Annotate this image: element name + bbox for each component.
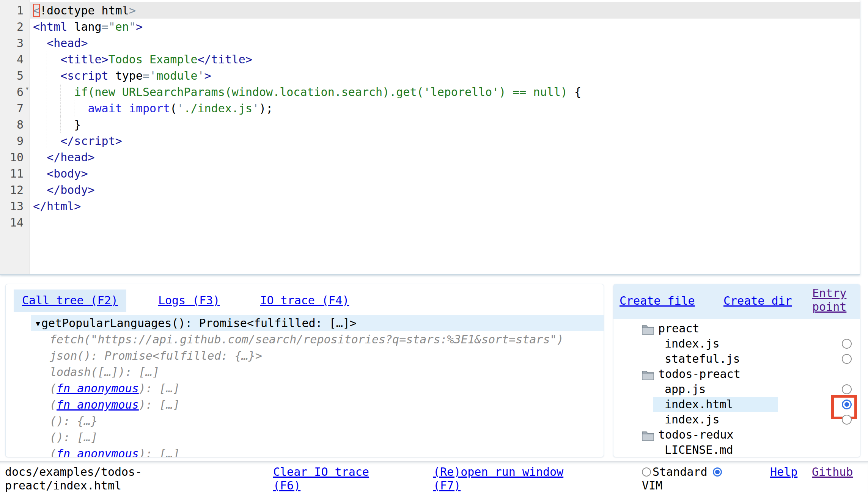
line-number: 8 — [0, 116, 30, 133]
code-text: <title>Todos Example</title> — [30, 51, 860, 68]
file-row-index.js[interactable]: index.js — [613, 412, 860, 427]
call-tree-row[interactable]: (fn anonymous): […] — [6, 396, 604, 413]
folder-row-todos-preact[interactable]: todos-preact — [613, 367, 860, 382]
entry-point-radio[interactable] — [842, 415, 852, 425]
file-row-index.html[interactable]: index.html — [613, 397, 860, 412]
function-link[interactable]: fn anonymous — [57, 447, 139, 458]
indent-guide — [60, 100, 61, 116]
line-number: 10 — [0, 149, 30, 165]
code-text: </head> — [30, 149, 860, 165]
file-row-app.js[interactable]: app.js — [613, 382, 860, 397]
line-number: 5 — [0, 68, 30, 84]
tab-logs[interactable]: Logs (F3) — [150, 289, 228, 312]
entry-point-link[interactable]: Entry point — [812, 286, 855, 314]
code-line[interactable]: 4 <title>Todos Example</title> — [0, 51, 860, 68]
clear-io-trace-link[interactable]: Clear IO trace (F6) — [273, 465, 387, 492]
code-text: </body> — [30, 182, 860, 198]
call-tree-panel: Call tree (F2)Logs (F3)IO trace (F4) ▾ge… — [5, 284, 604, 457]
call-tree-row[interactable]: (fn anonymous): […] — [6, 445, 604, 458]
file-row-stateful.js[interactable]: stateful.js — [613, 351, 860, 367]
reopen-run-window-link[interactable]: (Re)open run window (F7) — [433, 465, 582, 492]
code-text: if(new URLSearchParams(window.location.s… — [30, 84, 860, 100]
code-text: await import('./index.js'); — [30, 100, 860, 116]
line-number: 12 — [0, 182, 30, 198]
code-text — [30, 214, 860, 231]
code-line[interactable]: 3 <head> — [0, 35, 860, 51]
code-line[interactable]: 10 </head> — [0, 149, 860, 165]
keybinding-radio-vim[interactable] — [713, 467, 722, 477]
code-line[interactable]: 5 <script type='module'> — [0, 68, 860, 84]
folder-row-preact[interactable]: preact — [613, 321, 860, 336]
folder-name[interactable]: todos-redux — [658, 427, 734, 442]
keybinding-radio-standard[interactable] — [642, 467, 651, 477]
keybinding-label-vim[interactable]: VIM — [642, 479, 662, 492]
file-row-index.js[interactable]: index.js — [613, 336, 860, 351]
call-tree-row[interactable]: json(): Promise<fulfilled: {…}> — [6, 348, 604, 364]
line-number: 2 — [0, 19, 30, 35]
entry-point-radio[interactable] — [842, 354, 852, 364]
line-number: 11 — [0, 165, 30, 182]
file-name-cell[interactable]: stateful.js — [653, 351, 778, 367]
file-name-cell[interactable]: index.html — [653, 397, 778, 412]
folder-row-todos-redux[interactable]: todos-redux — [613, 427, 860, 442]
code-line[interactable]: 9 </script> — [0, 133, 860, 149]
file-name[interactable]: index.js — [665, 336, 720, 351]
call-tree-row[interactable]: ▾getPopularLanguages(): Promise<fulfille… — [31, 315, 604, 331]
function-link[interactable]: fn anonymous — [57, 398, 139, 411]
code-text: </html> — [30, 198, 860, 214]
entry-point-radio[interactable] — [842, 400, 852, 409]
call-tree-row[interactable]: fetch("https://api.github.com/search/rep… — [6, 331, 604, 348]
code-line[interactable]: 13</html> — [0, 198, 860, 214]
call-tree-row[interactable]: (fn anonymous): […] — [6, 380, 604, 396]
indent-guide — [47, 51, 47, 68]
line-number: 14 — [0, 214, 30, 231]
path-line: preact/index.html — [5, 479, 168, 492]
indent-guide — [47, 116, 47, 133]
entry-point-radio[interactable] — [842, 384, 852, 394]
tab-call[interactable]: Call tree (F2) — [14, 289, 126, 312]
code-line[interactable]: 1<!doctype html> — [0, 2, 860, 19]
code-line[interactable]: 2<html lang="en"> — [0, 19, 860, 35]
code-line[interactable]: 11 <body> — [0, 165, 860, 182]
file-list: preactindex.jsstateful.jstodos-preactapp… — [613, 321, 860, 457]
line-number: 4 — [0, 51, 30, 68]
indent-guide — [47, 100, 47, 116]
file-name-cell[interactable]: LICENSE.md — [653, 442, 778, 457]
collapse-arrow-icon[interactable]: ▾ — [35, 316, 41, 330]
current-file-path: docs/examples/todos-preact/index.html — [5, 465, 168, 492]
keybinding-label-standard[interactable]: Standard — [653, 465, 708, 478]
file-name-cell[interactable]: index.js — [653, 336, 778, 351]
file-name[interactable]: index.html — [665, 397, 733, 412]
help-link[interactable]: Help — [770, 465, 797, 479]
function-link[interactable]: fn anonymous — [57, 382, 139, 395]
code-line[interactable]: 14 — [0, 214, 860, 231]
file-row-LICENSE.md[interactable]: LICENSE.md — [613, 442, 860, 457]
file-name-cell[interactable]: app.js — [653, 382, 778, 397]
code-editor[interactable]: 1<!doctype html>2<html lang="en">3 <head… — [0, 0, 860, 275]
file-name[interactable]: stateful.js — [665, 351, 740, 367]
file-name[interactable]: index.js — [665, 412, 720, 427]
file-name-cell[interactable]: index.js — [653, 412, 778, 427]
code-line[interactable]: 8 } — [0, 116, 860, 133]
code-line[interactable]: 6▾ if(new URLSearchParams(window.locatio… — [0, 84, 860, 100]
create-dir-link[interactable]: Create dir — [723, 294, 792, 307]
tab-io[interactable]: IO trace (F4) — [252, 289, 357, 312]
folder-name[interactable]: preact — [658, 321, 699, 336]
file-name[interactable]: LICENSE.md — [665, 442, 733, 457]
entry-point-radio[interactable] — [842, 339, 852, 349]
indent-guide — [47, 68, 47, 84]
github-link[interactable]: Github — [812, 465, 853, 479]
folder-name[interactable]: todos-preact — [658, 367, 741, 382]
fold-arrow-icon[interactable]: ▾ — [25, 85, 29, 92]
create-file-link[interactable]: Create file — [620, 294, 695, 307]
file-name[interactable]: app.js — [665, 382, 706, 397]
code-text: } — [30, 116, 860, 133]
text-cursor: < — [33, 4, 40, 17]
call-tree-row[interactable]: (): {…} — [6, 413, 604, 429]
code-line[interactable]: 7 await import('./index.js'); — [0, 100, 860, 116]
file-browser-header: Create file Create dir Entry point — [613, 284, 860, 319]
code-lines: 1<!doctype html>2<html lang="en">3 <head… — [0, 2, 860, 231]
call-tree-row[interactable]: lodash([…]): […] — [6, 364, 604, 380]
code-line[interactable]: 12 </body> — [0, 182, 860, 198]
call-tree-row[interactable]: (): […] — [6, 429, 604, 445]
